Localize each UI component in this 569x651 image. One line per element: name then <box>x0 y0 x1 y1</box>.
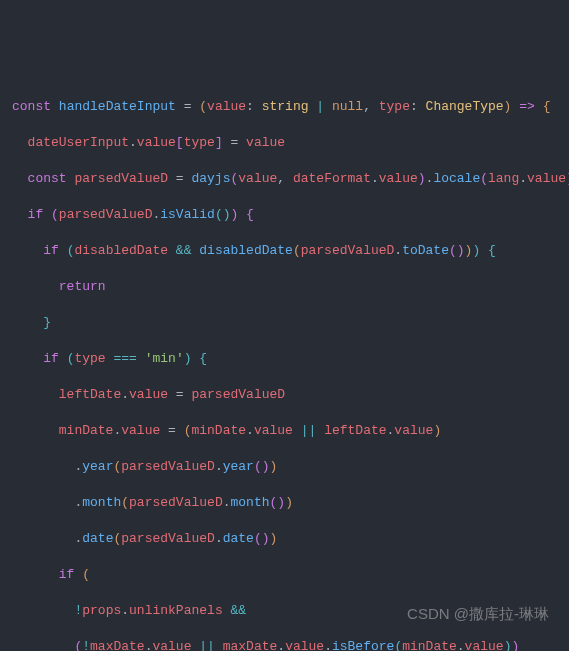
code-line: .year(parsedValueD.year()) <box>12 458 569 476</box>
code-line: } <box>12 314 569 332</box>
code-editor: const handleDateInput = (value: string |… <box>12 80 569 651</box>
code-line: const handleDateInput = (value: string |… <box>12 98 569 116</box>
code-line: const parsedValueD = dayjs(value, dateFo… <box>12 170 569 188</box>
watermark-text: CSDN @撒库拉-琳琳 <box>407 605 549 623</box>
code-line: .date(parsedValueD.date()) <box>12 530 569 548</box>
code-line: .month(parsedValueD.month()) <box>12 494 569 512</box>
code-line: return <box>12 278 569 296</box>
code-line: if (parsedValueD.isValid()) { <box>12 206 569 224</box>
code-line: if ( <box>12 566 569 584</box>
code-line: dateUserInput.value[type] = value <box>12 134 569 152</box>
code-line: minDate.value = (minDate.value || leftDa… <box>12 422 569 440</box>
code-line: leftDate.value = parsedValueD <box>12 386 569 404</box>
code-line: if (type === 'min') { <box>12 350 569 368</box>
code-line: (!maxDate.value || maxDate.value.isBefor… <box>12 638 569 651</box>
code-line: if (disabledDate && disabledDate(parsedV… <box>12 242 569 260</box>
